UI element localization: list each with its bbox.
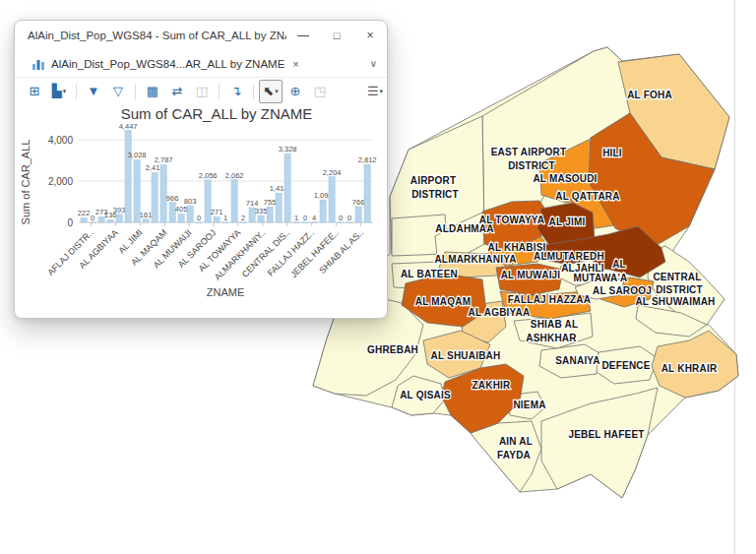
district-label: MUTAWA'A	[574, 273, 628, 283]
district-label: AL AGBIYAA	[469, 307, 531, 318]
bar-value-label: 2,056	[199, 171, 218, 180]
district-label: HILI	[602, 148, 622, 158]
bar[interactable]	[107, 219, 113, 222]
bar[interactable]	[293, 222, 299, 223]
bar-value-label: 161	[140, 211, 153, 219]
bar-chart-icon	[32, 58, 45, 70]
show-data-table-button[interactable]: ▦	[141, 80, 164, 103]
bar-value-label: 1	[294, 214, 298, 222]
bar[interactable]	[258, 215, 264, 222]
bar[interactable]	[240, 222, 246, 223]
chart-tab[interactable]: AlAin_Dist_Pop_WGS84...AR_ALL by ZNAME ×	[24, 50, 308, 77]
bar[interactable]	[302, 222, 308, 223]
district-label: AL SAROOJ	[593, 285, 652, 296]
bar[interactable]	[284, 154, 290, 222]
select-mode-icon: ⬉	[263, 84, 274, 98]
bar-value-label: 0	[197, 214, 201, 222]
district-label: NIEMA	[513, 400, 545, 410]
filter-by-extent-button[interactable]: ▽	[106, 80, 130, 103]
properties-button[interactable]: ⊞	[23, 80, 46, 103]
district-label: AL QATTARA	[555, 191, 619, 202]
district-label: GHREBAH	[367, 344, 418, 355]
district-label: AL KHRAIR	[662, 363, 718, 374]
tab-close-icon[interactable]: ×	[290, 58, 298, 70]
window-titlebar[interactable]: AlAin_Dist_Pop_WGS84 - Sum of CAR_ALL by…	[15, 21, 387, 50]
bar-value-label: 803	[184, 197, 197, 206]
bar-value-label: 335	[255, 207, 268, 215]
bar-value-label: 0	[347, 214, 351, 222]
legend-icon: ☰	[367, 84, 379, 98]
bar-value-label: 2	[241, 214, 245, 222]
chart-type-button[interactable]: ▙▾	[47, 80, 71, 103]
maximize-button[interactable]: □	[320, 21, 353, 50]
bar[interactable]	[320, 200, 326, 222]
bar[interactable]	[125, 131, 131, 222]
bar[interactable]	[222, 222, 228, 223]
export-icon: ↴	[231, 84, 242, 98]
district-label: DEFENCE	[601, 360, 650, 371]
x-axis-tick-label: SHIAB AL AS..	[317, 227, 365, 276]
district-label: ALMUTAREDH	[534, 251, 604, 262]
clear-selection-button[interactable]: ◫	[190, 80, 214, 103]
export-button[interactable]: ↴	[224, 80, 248, 103]
chart-toolbar: ⊞▙▾▼▽▦⇄◫↴⬉▾⊕◳☰▾	[15, 78, 387, 104]
select-mode-button[interactable]: ⬉▾	[259, 80, 283, 103]
bar[interactable]	[178, 214, 184, 222]
filter-by-selection-icon: ▼	[88, 84, 100, 98]
tab-overflow-chevron-icon[interactable]: ∨	[370, 58, 377, 69]
bar[interactable]	[346, 222, 352, 223]
bar-value-label: 2,062	[225, 171, 244, 180]
caret-down-icon: ▾	[275, 88, 279, 95]
bar-value-label: 405	[175, 205, 188, 214]
bar[interactable]	[90, 222, 95, 223]
district-label: AIRPORT	[410, 175, 456, 186]
bar-chart: 02,0004,00022202731363934,4473,0281612,4…	[16, 103, 386, 318]
chart-window: AlAin_Dist_Pop_WGS84 - Sum of CAR_ALL by…	[14, 20, 388, 319]
district-label: AL JIMI	[549, 216, 586, 227]
bar[interactable]	[116, 215, 122, 222]
bar[interactable]	[196, 222, 202, 223]
show-data-table-icon: ▦	[147, 84, 158, 98]
filter-by-selection-button[interactable]: ▼	[82, 80, 105, 103]
caret-down-icon: ▾	[63, 88, 67, 95]
district-label: AL FOHA	[627, 90, 672, 100]
district-label: ALMARKHANIYA	[434, 254, 516, 265]
district-label: EAST AIRPORT	[491, 147, 566, 157]
bar-value-label: 3,028	[128, 151, 147, 159]
toolbar-separator	[135, 84, 136, 99]
district-label: AL MUWAIJI	[501, 270, 561, 280]
bar[interactable]	[338, 222, 344, 223]
bar[interactable]	[267, 207, 273, 222]
bar[interactable]	[187, 206, 193, 222]
bar[interactable]	[329, 177, 335, 222]
zoom-mode-button[interactable]: ⊕	[284, 80, 307, 103]
district-label: AL MAQAM	[415, 296, 471, 307]
district-label: SANAIYA	[555, 355, 600, 366]
district-label: ASHKHAR	[526, 333, 577, 343]
window-title: AlAin_Dist_Pop_WGS84 - Sum of CAR_ALL by…	[15, 30, 286, 41]
bar-value-label: 0	[339, 214, 343, 222]
close-button[interactable]: ×	[353, 21, 387, 50]
switch-selection-button[interactable]: ⇄	[165, 80, 189, 103]
bar[interactable]	[276, 193, 282, 222]
district-label: DISTRICT	[508, 160, 555, 171]
district-label: ZAKHIR	[472, 380, 512, 391]
full-extent-button[interactable]: ◳	[308, 80, 332, 103]
bar[interactable]	[143, 219, 149, 222]
bar[interactable]	[214, 216, 220, 222]
bar-value-label: 755	[264, 198, 277, 207]
district-label: AIN AL	[499, 436, 533, 447]
bar[interactable]	[81, 217, 87, 222]
bar-value-label: 1	[223, 214, 227, 222]
district-label: AL TOWAYYA	[479, 215, 544, 225]
bar[interactable]	[364, 164, 370, 222]
minimize-button[interactable]: —	[286, 21, 320, 50]
bar-value-label: 3,328	[279, 145, 297, 154]
bar-value-label: 966	[166, 194, 179, 203]
bar[interactable]	[355, 207, 361, 222]
district-label: AL BATEEN	[401, 269, 458, 279]
filter-by-extent-icon: ▽	[113, 84, 123, 98]
bar[interactable]	[152, 172, 158, 222]
legend-button[interactable]: ☰▾	[363, 80, 387, 103]
bar[interactable]	[231, 180, 237, 222]
